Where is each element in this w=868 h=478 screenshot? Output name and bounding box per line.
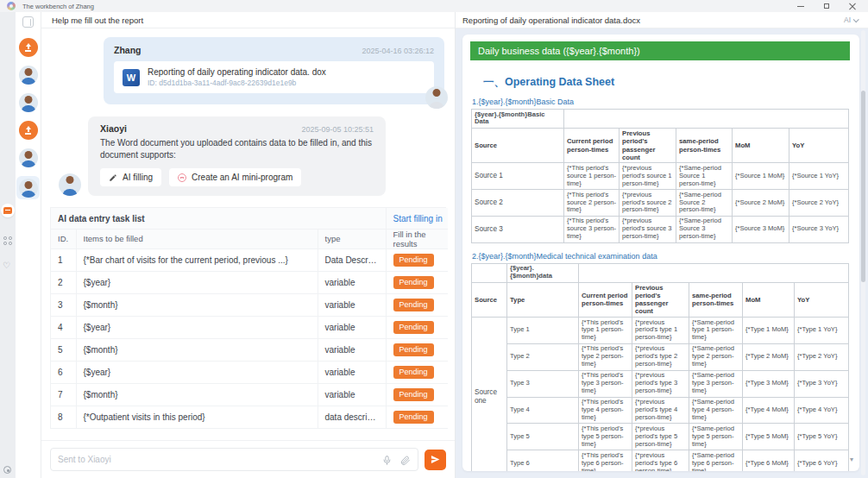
table-cell: {*Type 4 YoY} [795, 397, 849, 424]
panel-toggle-icon[interactable] [22, 16, 34, 28]
document-header: Reporting of daily operational indicator… [456, 12, 868, 28]
message-input-box[interactable] [50, 448, 418, 471]
task-status-badge[interactable]: Pending [393, 343, 434, 356]
xiaoyi-avatar[interactable] [59, 173, 81, 196]
task-status-badge[interactable]: Pending [393, 321, 434, 334]
task-row: 7 {$month} variable Pending [51, 383, 448, 406]
table-cell: {*previous period's type 1 person-time} [632, 318, 689, 344]
scrollbar-down-arrow-icon[interactable]: ▾ [850, 456, 853, 463]
table-cell: {*previous period's source 1 person-time… [620, 163, 676, 190]
message-timestamp: 2025-09-05 10:25:51 [301, 125, 374, 134]
task-item: {$year} [76, 361, 318, 383]
table-cell: {*Source 3 YoY} [789, 216, 849, 242]
table-cell: {*Same-period type 3 person-time} [689, 370, 743, 397]
title-bar: The workbench of Zhang [0, 0, 868, 12]
task-list-title: AI data entry task list [51, 208, 386, 229]
column-header: MoM [743, 282, 795, 317]
table-cell: {*previous period's type 5 person-time} [632, 424, 689, 450]
task-id: 6 [51, 361, 76, 383]
dock-strip: ♡ [0, 12, 16, 478]
chevron-down-icon [853, 16, 859, 22]
basic-data-table: {$year}.{$month}Basic DataSourceCurrent … [471, 109, 849, 243]
chat-messages: Zhang 2025-04-16 03:26:12 W Reporting of… [41, 28, 455, 440]
contact-avatar-selected[interactable] [16, 176, 40, 199]
record-icon[interactable] [3, 466, 11, 474]
task-item: {*Bar chart of visits for the current pe… [76, 248, 318, 271]
table-cell: {*previous period's type 3 person-time} [632, 370, 689, 397]
task-type: variable [318, 293, 386, 316]
task-item: {$month} [76, 293, 318, 316]
table-cell: {*previous period's type 6 person-time} [632, 450, 689, 471]
table-type-cell: Type 6 [507, 450, 579, 471]
task-item: {$year} [76, 316, 318, 338]
file-attachment-card[interactable]: W Reporting of daily operating indicator… [114, 61, 434, 93]
avatar [19, 179, 38, 198]
contact-avatar[interactable] [19, 148, 38, 167]
task-row: 2 {$year} variable Pending [51, 271, 448, 293]
table-cell: {*Source 2 YoY} [789, 190, 849, 217]
table-cell: {*Type 2 YoY} [795, 343, 849, 370]
table-caption-row: {$year}.{$month}data [472, 263, 849, 282]
mini-program-icon [178, 173, 186, 182]
contact-avatar-bot[interactable] [19, 38, 38, 57]
ai-dropdown[interactable]: AI [844, 16, 858, 24]
task-id: 2 [51, 271, 76, 293]
doc-scrollbar-thumb[interactable] [861, 91, 865, 282]
task-status-badge[interactable]: Pending [393, 299, 434, 311]
word-file-icon: W [123, 69, 140, 86]
contact-avatar[interactable] [19, 66, 38, 85]
send-button[interactable] [425, 450, 446, 470]
task-list-header-row: ID. Items to be filled type Fill in the … [51, 229, 448, 248]
table-cell: {*Source 2 MoM} [733, 190, 789, 217]
chat-bubble-icon [3, 207, 12, 214]
chat-dock-icon[interactable] [1, 204, 15, 217]
close-icon[interactable] [849, 3, 856, 9]
file-id: ID: d5d1d1ba-3a11-4adf-9ac8-22639d1e1e9b [148, 79, 326, 87]
create-mini-program-button[interactable]: Create an AI mini-program [169, 168, 301, 186]
ai-task-list: AI data entry task list Start filling in… [50, 207, 446, 429]
task-status-badge[interactable]: Pending [393, 276, 434, 289]
task-status-badge[interactable]: Pending [393, 411, 434, 424]
paperclip-icon[interactable] [399, 454, 411, 465]
task-status-badge[interactable]: Pending [393, 254, 434, 267]
table-cell: {*Same-period Source 3 person-time} [676, 216, 733, 242]
document-title: Reporting of daily operational indicator… [462, 16, 640, 25]
task-status-badge[interactable]: Pending [393, 388, 434, 401]
minimize-icon[interactable] [797, 3, 804, 9]
favorites-heart-icon[interactable]: ♡ [3, 261, 10, 270]
start-filling-link[interactable]: Start filling in [393, 214, 443, 223]
column-header-type: type [318, 229, 386, 248]
column-header: Previous period's passenger count [632, 282, 689, 317]
file-name: Reporting of daily operating indicator d… [148, 67, 326, 77]
microphone-icon[interactable] [381, 454, 393, 465]
table-cell: {*Same-period type 4 person-time} [689, 397, 743, 424]
table-caption: {$year}.{$month}data [507, 263, 579, 282]
apps-grid-icon[interactable] [3, 236, 13, 246]
message-bubble: Xiaoyi 2025-09-05 10:25:51 The Word docu… [88, 116, 386, 196]
table-cell: {*Type 5 MoM} [743, 424, 795, 450]
task-item: {*Outpatient visits in this period} [76, 406, 318, 428]
task-type: data description [318, 406, 386, 428]
table-type-cell: Type 1 [507, 318, 579, 344]
table-cell: {*Type 6 MoM} [743, 450, 795, 471]
contact-avatar[interactable] [19, 93, 38, 112]
table-caption-row: {$year}.{$month}Basic Data [472, 110, 849, 129]
task-status-badge[interactable]: Pending [393, 366, 434, 379]
table-cell: Source 1 [472, 163, 564, 190]
table-cell: {*This period's source 2 person-time} [564, 190, 620, 217]
task-type: variable [318, 316, 386, 338]
message-input[interactable] [58, 455, 374, 464]
table-row: Source 1{*This period's source 1 person-… [472, 163, 849, 190]
table-row: Type 2{*This period's type 2 person-time… [472, 343, 849, 370]
task-item: {$month} [76, 383, 318, 406]
ai-filling-button[interactable]: AI filling [100, 168, 161, 186]
zhang-avatar[interactable] [425, 86, 448, 109]
column-header: YoY [795, 282, 849, 317]
maximize-icon[interactable] [823, 3, 830, 9]
table-cell: {*Type 1 YoY} [795, 318, 849, 344]
window-title: The workbench of Zhang [22, 3, 94, 10]
document-subheading-1: 1.{$year}.{$month}Basic Data [472, 97, 850, 106]
contact-avatar-bot[interactable] [19, 121, 38, 140]
table-cell: {*Type 4 MoM} [743, 397, 795, 424]
column-header: Type [507, 282, 579, 317]
